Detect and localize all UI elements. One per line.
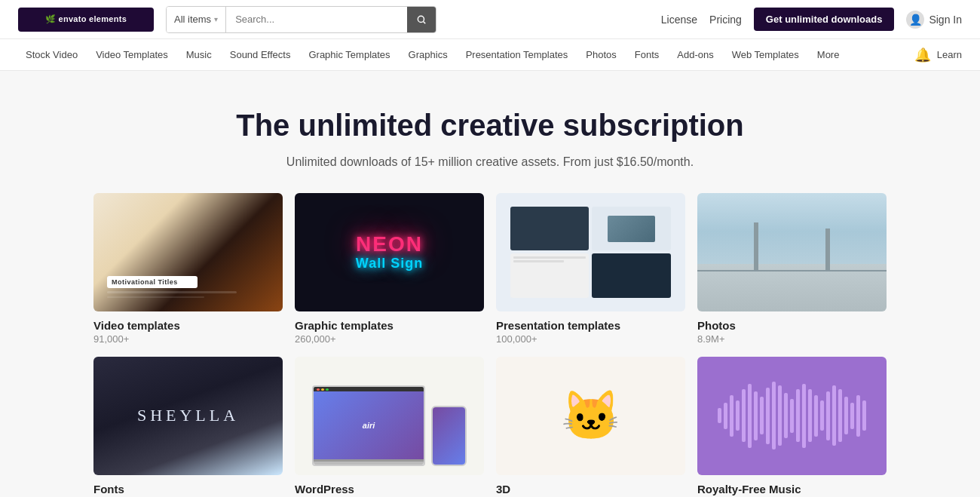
category-title-music: Royalty-Free Music xyxy=(697,483,887,495)
second-nav-right: 🔔 Learn xyxy=(914,47,962,63)
category-count-video: 91,000+ xyxy=(93,333,283,345)
search-category-label: All items xyxy=(174,14,211,25)
category-card-music[interactable]: Royalty-Free Music 140,000+ xyxy=(697,357,887,497)
svg-point-0 xyxy=(418,16,424,22)
category-image-presentation xyxy=(496,193,685,311)
search-category-dropdown[interactable]: All items ▾ xyxy=(167,7,226,32)
category-card-wordpress[interactable]: airi WordPress 6,400+ xyxy=(295,357,484,497)
category-title-video: Video templates xyxy=(93,319,283,332)
wp-screen: airi xyxy=(314,391,423,459)
logo-image: 🌿 envato elements xyxy=(18,8,154,32)
wordpress-mockup: airi xyxy=(309,366,470,466)
search-input[interactable] xyxy=(226,7,407,32)
top-nav-left: 🌿 envato elements All items ▾ xyxy=(18,6,436,33)
nav-graphics[interactable]: Graphics xyxy=(401,39,455,71)
nav-stock-video[interactable]: Stock Video xyxy=(18,39,85,71)
category-image-fonts: SHEYLLA xyxy=(93,357,283,475)
nav-graphic-templates[interactable]: Graphic Templates xyxy=(301,39,397,71)
nav-more[interactable]: More xyxy=(810,39,847,71)
second-navbar: Stock Video Video Templates Music Sound … xyxy=(0,39,980,71)
nav-video-templates[interactable]: Video Templates xyxy=(88,39,176,71)
get-unlimited-button[interactable]: Get unlimited downloads xyxy=(754,8,895,31)
category-image-3d: 🐱 xyxy=(496,357,685,475)
category-image-photos xyxy=(697,193,887,311)
notification-icon[interactable]: 🔔 xyxy=(914,47,931,63)
3d-cat-emoji: 🐱 xyxy=(561,388,621,444)
category-image-wordpress: airi xyxy=(295,357,484,475)
top-navbar: 🌿 envato elements All items ▾ License Pr… xyxy=(0,0,980,39)
category-title-fonts: Fonts xyxy=(93,483,283,495)
category-title-presentation: Presentation templates xyxy=(496,319,685,332)
category-title-3d: 3D xyxy=(496,483,685,495)
category-image-graphic: NEON Wall Sign xyxy=(295,193,484,311)
category-card-graphic-templates[interactable]: NEON Wall Sign Graphic templates 260,000… xyxy=(295,193,484,345)
waveform-visualization xyxy=(706,370,878,462)
video-card-label: Motivational Titles xyxy=(112,278,193,286)
category-count-graphic: 260,000+ xyxy=(295,333,484,345)
nav-fonts[interactable]: Fonts xyxy=(627,39,667,71)
svg-line-1 xyxy=(424,21,426,23)
license-link[interactable]: License xyxy=(661,14,697,26)
category-card-photos[interactable]: Photos 8.9M+ xyxy=(697,193,887,345)
sign-in-label: Sign In xyxy=(929,14,962,26)
top-nav-right: License Pricing Get unlimited downloads … xyxy=(661,8,962,31)
sign-in-wrap[interactable]: 👤 Sign In xyxy=(906,11,962,29)
category-count-photos: 8.9M+ xyxy=(697,333,887,345)
nav-music[interactable]: Music xyxy=(179,39,219,71)
neon-line2: Wall Sign xyxy=(356,256,423,272)
nav-photos[interactable]: Photos xyxy=(578,39,623,71)
category-image-video: Motivational Titles xyxy=(93,193,283,311)
category-count-presentation: 100,000+ xyxy=(496,333,685,345)
logo[interactable]: 🌿 envato elements xyxy=(18,8,154,32)
category-card-video-templates[interactable]: Motivational Titles Video templates 91,0… xyxy=(93,193,283,345)
category-card-fonts[interactable]: SHEYLLA Fonts 41,000+ xyxy=(93,357,283,497)
nav-add-ons[interactable]: Add-ons xyxy=(669,39,721,71)
category-title-graphic: Graphic templates xyxy=(295,319,484,332)
font-card-text: SHEYLLA xyxy=(137,406,239,425)
hero-section: The unlimited creative subscription Unli… xyxy=(0,71,980,193)
hero-title: The unlimited creative subscription xyxy=(18,107,962,143)
user-icon: 👤 xyxy=(906,11,924,29)
pricing-link[interactable]: Pricing xyxy=(709,14,742,26)
search-button[interactable] xyxy=(407,7,436,32)
search-bar: All items ▾ xyxy=(166,6,436,33)
chevron-down-icon: ▾ xyxy=(214,15,218,23)
neon-line1: NEON xyxy=(356,233,423,256)
category-title-wordpress: WordPress xyxy=(295,483,484,495)
category-image-music xyxy=(697,357,887,475)
nav-sound-effects[interactable]: Sound Effects xyxy=(222,39,299,71)
laptop-mockup: airi xyxy=(312,385,424,466)
category-title-photos: Photos xyxy=(697,319,887,332)
mobile-mockup xyxy=(431,406,467,466)
search-icon xyxy=(416,14,427,25)
nav-presentation-templates[interactable]: Presentation Templates xyxy=(458,39,576,71)
category-card-presentation[interactable]: Presentation templates 100,000+ xyxy=(496,193,685,345)
category-card-3d[interactable]: 🐱 3D 200,000+ xyxy=(496,357,685,497)
hero-subtitle: Unlimited downloads of 15+ million creat… xyxy=(18,155,962,169)
nav-web-templates[interactable]: Web Templates xyxy=(724,39,807,71)
learn-link[interactable]: Learn xyxy=(937,49,962,60)
category-grid: Motivational Titles Video templates 91,0… xyxy=(75,193,905,497)
